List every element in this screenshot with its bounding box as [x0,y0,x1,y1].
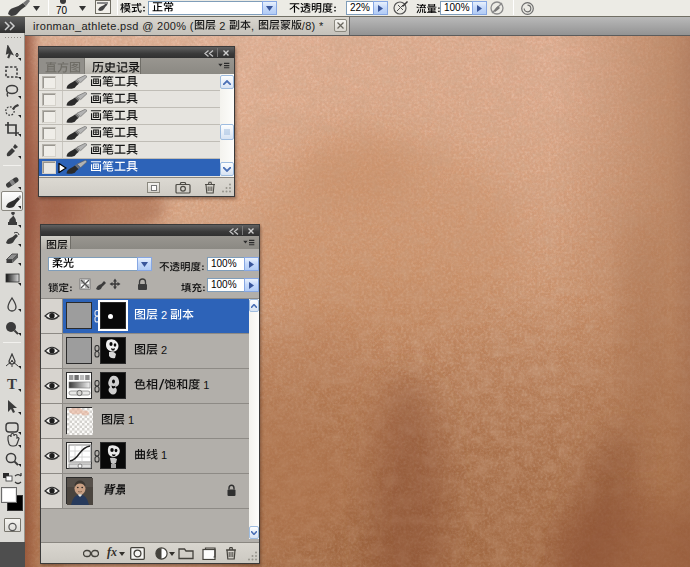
svg-text:T: T [7,376,17,392]
